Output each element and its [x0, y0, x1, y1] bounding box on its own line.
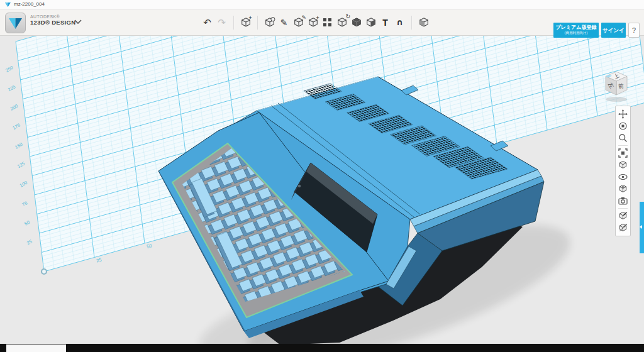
fit-icon — [618, 148, 628, 158]
main-toolbar: AUTODESK® 123D® DESIGN ↶ ↷ ＋ ✎ ✎ — [0, 9, 644, 36]
chevron-down-icon[interactable] — [74, 19, 82, 25]
svg-text:50: 50 — [146, 243, 152, 250]
title-bar: mz-2200_004 — [0, 0, 644, 9]
magnifier-icon — [618, 133, 628, 143]
svg-text:25: 25 — [96, 257, 102, 264]
previous-view-button[interactable] — [617, 159, 629, 171]
sketch-pencil-icon: ✎ — [280, 18, 288, 28]
toolbar-center: ↶ ↷ ＋ ✎ ✎ ＋ — [200, 9, 431, 35]
camera-icon — [618, 196, 628, 206]
svg-text:125: 125 — [16, 160, 26, 169]
slide-panel-tab[interactable] — [640, 202, 644, 253]
svg-text:75: 75 — [21, 200, 28, 207]
svg-text:100: 100 — [19, 180, 28, 189]
fit-view-button[interactable] — [617, 147, 629, 159]
view-cube-icon — [618, 160, 628, 170]
material-edit-button[interactable] — [617, 210, 629, 222]
bottom-bar — [0, 344, 644, 352]
viewport[interactable]: 2550751001251501752002252502550 — [0, 35, 644, 352]
brand-123d: 123D® DESIGN — [30, 19, 75, 25]
visibility-button[interactable] — [617, 171, 629, 183]
construct-menu-button[interactable]: ✎ — [291, 13, 306, 32]
cube-eye-icon — [618, 184, 628, 194]
svg-text:225: 225 — [7, 84, 16, 92]
cube-sphere-icon — [264, 17, 275, 28]
app-logo[interactable] — [5, 13, 26, 33]
svg-text:50: 50 — [23, 219, 31, 227]
redo-button[interactable]: ↷ — [214, 13, 229, 32]
grouping-menu-button[interactable]: ↻ — [335, 13, 349, 32]
screenshot-button[interactable] — [617, 195, 629, 207]
material-cube-icon — [418, 17, 430, 28]
hide-others-button[interactable] — [617, 183, 629, 195]
combine-menu-button[interactable] — [349, 13, 364, 32]
split-cube-icon — [365, 17, 377, 28]
pattern-icon — [323, 18, 333, 28]
orbit-button[interactable] — [617, 120, 629, 132]
cube-brush-icon — [618, 211, 628, 221]
app-icon — [4, 1, 11, 8]
navigation-toolbar — [615, 106, 631, 236]
material-off-button[interactable] — [617, 222, 629, 234]
text-icon: T — [382, 18, 388, 28]
text-tool-button[interactable]: T — [378, 13, 392, 32]
zoom-button[interactable] — [617, 132, 629, 144]
arrow-left-icon — [640, 225, 642, 229]
pattern-menu-button[interactable] — [320, 13, 335, 32]
eye-icon — [618, 172, 628, 182]
orbit-icon — [618, 121, 628, 131]
bottom-bar-segment — [6, 344, 66, 352]
premium-register-button[interactable]: プレミアム版登録 (商用利用向け) — [553, 23, 599, 38]
snap-tool-button[interactable]: ∩ — [392, 13, 407, 32]
sketch-menu-button[interactable]: ✎ — [277, 13, 291, 32]
svg-text:150: 150 — [14, 141, 23, 150]
app-window: mz-2200_004 AUTODESK® 123D® DESIGN ↶ ↷ ＋ — [0, 0, 644, 352]
magnet-icon: ∩ — [396, 18, 403, 27]
help-button[interactable]: ? — [628, 23, 640, 38]
primitives-menu-button[interactable]: ＋ — [238, 13, 253, 32]
view-cube-front-label: 前 — [618, 83, 624, 90]
cube-brush-off-icon — [618, 223, 628, 233]
brand-text: AUTODESK® 123D® DESIGN — [30, 14, 75, 25]
sign-in-button[interactable]: サインイン — [601, 23, 626, 38]
svg-text:250: 250 — [4, 65, 14, 74]
measure-menu-button[interactable] — [364, 13, 378, 32]
solid-cube-icon — [351, 17, 362, 28]
material-button[interactable] — [416, 13, 431, 32]
window-title: mz-2200_004 — [14, 1, 45, 7]
svg-text:175: 175 — [11, 122, 21, 131]
modify-menu-button[interactable]: ＋ — [306, 13, 320, 32]
scene-svg[interactable]: 2550751001251501752002252502550 — [0, 35, 644, 352]
svg-text:200: 200 — [9, 103, 19, 112]
pan-icon — [618, 109, 628, 119]
view-cube[interactable]: 上 前 左 — [599, 68, 635, 104]
svg-text:25: 25 — [26, 238, 33, 246]
undo-button[interactable]: ↶ — [200, 13, 214, 32]
app-logo-icon — [6, 13, 25, 33]
transform-menu-button[interactable] — [262, 13, 277, 32]
pan-button[interactable] — [617, 108, 629, 120]
